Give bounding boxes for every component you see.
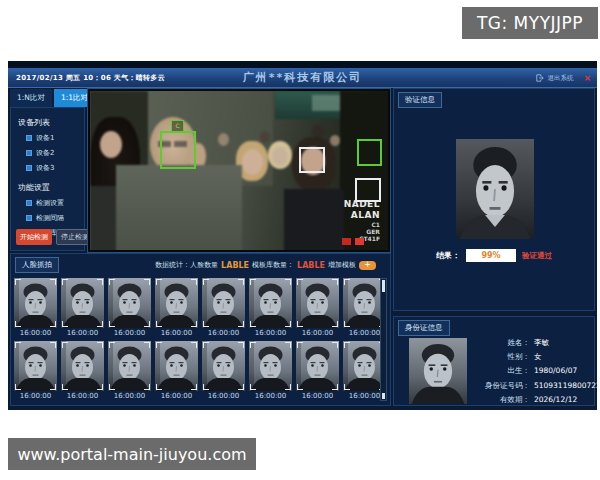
capture-timestamp: 16:00:00: [249, 328, 292, 338]
sidebar-item-device3[interactable]: 设备3: [26, 163, 84, 173]
face-count-value: LABLE: [221, 261, 249, 270]
capture-thumb[interactable]: 16:00:00: [155, 341, 198, 401]
idcard-tab: 身份证信息: [398, 320, 450, 336]
checkbox-icon[interactable]: [26, 200, 32, 206]
result-score-badge: 99%: [466, 249, 516, 262]
capture-timestamp: 16:00:00: [202, 391, 245, 401]
face-detection-box-right: [357, 139, 382, 166]
start-detection-button[interactable]: 开始检测: [16, 229, 52, 245]
capture-timestamp: 16:00:00: [155, 328, 198, 338]
capture-thumb[interactable]: 16:00:00: [296, 341, 339, 401]
capture-thumb[interactable]: 16:00:00: [202, 278, 245, 338]
device3-label: 设备3: [36, 163, 54, 173]
result-label: 结果：: [436, 250, 460, 261]
capture-face-image: [155, 341, 198, 391]
id-row-name: 姓名： 李敏: [470, 338, 590, 348]
capture-thumb[interactable]: 16:00:00: [61, 341, 104, 401]
screenshot-root: TG: MYYJJPP www.portal-main-jiuyou.com 2…: [0, 0, 600, 480]
template-count-label: 模板库数量：: [252, 260, 294, 270]
tab-1n-compare[interactable]: 1:N比对: [10, 89, 52, 107]
id-row-idnumber: 身份证号码： 510931198007224102: [470, 381, 590, 391]
idcard-photo: [409, 338, 467, 404]
capture-thumb[interactable]: 16:00:00: [155, 278, 198, 338]
verification-tab: 验证信息: [398, 92, 442, 108]
sidebar-item-device1[interactable]: 设备1: [26, 133, 84, 143]
idcard-panel: 身份证信息: [393, 316, 595, 406]
capture-timestamp: 16:00:00: [108, 328, 151, 338]
checkbox-icon[interactable]: [26, 150, 32, 156]
exit-system-label: 退出系统: [547, 74, 573, 83]
bottom-watermark-text: www.portal-main-jiuyou.com: [17, 445, 246, 464]
sidebar: 设备列表 设备1 设备2 设备3 功能设置 检测设置 检测间隔: [10, 107, 85, 251]
capture-face-image: [108, 278, 151, 328]
video-overlay-meta: C1 GER ST41F: [300, 221, 380, 242]
result-status: 验证通过: [522, 251, 552, 261]
close-icon[interactable]: ×: [583, 73, 591, 83]
face-box-c-label: C: [171, 120, 184, 132]
add-template-label: 增加模板: [328, 260, 356, 270]
top-watermark: TG: MYYJJPP: [462, 7, 598, 39]
stats-label: 数据统计：人脸数量: [155, 260, 218, 270]
checkbox-icon[interactable]: [26, 215, 32, 221]
app-window: 2017/02/13 周五 10：06 天气：晴转多云 广州**科技有限公司 退…: [8, 61, 597, 410]
result-row: 结果： 99% 验证通过: [394, 249, 594, 262]
capture-thumb[interactable]: 16:00:00: [14, 341, 57, 401]
id-row-birth: 出生： 1980/06/07: [470, 366, 590, 376]
device-list-title: 设备列表: [18, 117, 84, 128]
capture-timestamp: 16:00:00: [202, 328, 245, 338]
sidebar-item-detect-interval[interactable]: 检测间隔: [26, 213, 84, 223]
add-template-button[interactable]: +: [359, 261, 376, 270]
capture-face-image: [61, 341, 104, 391]
face-capture-tab[interactable]: 人脸抓拍: [15, 257, 59, 273]
window-top-strip: [8, 61, 597, 68]
capture-face-image: [296, 341, 339, 391]
logout-icon: [536, 74, 544, 82]
sidebar-item-detect-settings[interactable]: 检测设置: [26, 198, 84, 208]
verification-photo: [456, 139, 534, 239]
template-count-value: LABLE: [297, 261, 325, 270]
capture-thumb[interactable]: 16:00:00: [108, 341, 151, 401]
top-watermark-text: TG: MYYJJPP: [477, 13, 583, 33]
checkbox-icon[interactable]: [26, 135, 32, 141]
capture-thumb[interactable]: 16:00:00: [61, 278, 104, 338]
video-frame: C NADEL ALAN C1 GER ST41F: [90, 91, 388, 250]
capture-thumb[interactable]: 16:00:00: [14, 278, 57, 338]
exit-system-button[interactable]: 退出系统: [536, 74, 573, 83]
record-indicator-icon: [342, 238, 364, 245]
capture-thumb[interactable]: 16:00:00: [249, 278, 292, 338]
detect-settings-label: 检测设置: [36, 198, 64, 208]
face-detection-box-main: [160, 131, 196, 169]
id-row-validity: 有效期： 2026/12/12: [470, 395, 590, 405]
video-panel: C NADEL ALAN C1 GER ST41F: [87, 88, 391, 253]
capture-timestamp: 16:00:00: [14, 328, 57, 338]
scrollbar-thumb[interactable]: [382, 280, 385, 292]
capture-thumb[interactable]: 16:00:00: [296, 278, 339, 338]
checkbox-icon[interactable]: [26, 165, 32, 171]
mode-tabs: 1:N比对 1:1比对: [10, 89, 95, 107]
capture-face-image: [14, 341, 57, 391]
capture-face-image: [202, 278, 245, 328]
scrollbar-down-arrow[interactable]: [382, 393, 385, 399]
company-title: 广州**科技有限公司: [8, 70, 597, 85]
capture-face-image: [296, 278, 339, 328]
sidebar-item-device2[interactable]: 设备2: [26, 148, 84, 158]
capture-face-image: [61, 278, 104, 328]
capture-timestamp: 16:00:00: [61, 328, 104, 338]
capture-timestamp: 16:00:00: [61, 391, 104, 401]
capture-timestamp: 16:00:00: [108, 391, 151, 401]
capture-timestamp: 16:00:00: [296, 391, 339, 401]
capture-thumb[interactable]: 16:00:00: [249, 341, 292, 401]
capture-face-image: [108, 341, 151, 391]
capture-thumb[interactable]: 16:00:00: [108, 278, 151, 338]
capture-face-image: [249, 278, 292, 328]
bottom-watermark: www.portal-main-jiuyou.com: [8, 438, 256, 470]
capture-scrollbar[interactable]: [380, 278, 387, 401]
capture-face-image: [155, 278, 198, 328]
face-capture-panel: 人脸抓拍 数据统计：人脸数量 LABLE 模板库数量： LABLE 增加模板 +: [10, 253, 391, 406]
function-settings-title: 功能设置: [18, 182, 84, 193]
capture-thumb[interactable]: 16:00:00: [202, 341, 245, 401]
id-row-gender: 性别： 女: [470, 352, 590, 362]
capture-timestamp: 16:00:00: [249, 391, 292, 401]
face-detection-box-woman: [299, 147, 325, 173]
detect-interval-label: 检测间隔: [36, 213, 64, 223]
